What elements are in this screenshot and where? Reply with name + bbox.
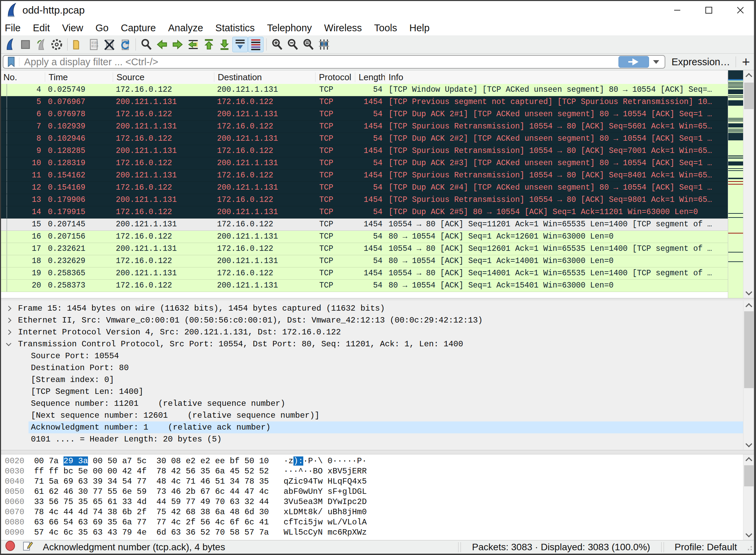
menu-telephony[interactable]: Telephony	[261, 22, 318, 34]
capture-comment-icon[interactable]	[22, 540, 33, 554]
expand-arrow-icon[interactable]	[6, 330, 12, 335]
hex-row-0060[interactable]: 0060 33 56 75 35 65 61 33 4d 44 59 77 49…	[0, 497, 743, 507]
packet-row-5[interactable]: 50.076967200.121.1.131172.16.0.122TCP145…	[0, 96, 728, 108]
intelligent-scrollbar-minimap[interactable]	[728, 70, 743, 298]
filter-dropdown-icon[interactable]	[653, 60, 659, 64]
hex-row-0020[interactable]: 0020 00 7a 29 3a 00 50 a7 5c 30 08 e2 e2…	[0, 456, 743, 466]
packet-row-4[interactable]: 40.025749172.16.0.122200.121.1.131TCP54[…	[0, 84, 728, 96]
menu-help[interactable]: Help	[403, 22, 436, 34]
scroll-down-icon[interactable]	[743, 530, 754, 540]
menu-tools[interactable]: Tools	[368, 22, 403, 34]
scroll-down-icon[interactable]	[743, 288, 754, 298]
expand-arrow-icon[interactable]	[6, 318, 12, 323]
menu-wireless[interactable]: Wireless	[318, 22, 368, 34]
colorize-icon[interactable]	[248, 37, 264, 52]
go-first-icon[interactable]	[201, 37, 217, 52]
packet-row-6[interactable]: 60.076978172.16.0.122200.121.1.131TCP54[…	[0, 108, 728, 121]
detail-row[interactable]: Internet Protocol Version 4, Src: 200.12…	[0, 326, 743, 338]
resize-columns-icon[interactable]	[316, 37, 332, 52]
packet-row-17[interactable]: 170.232621200.121.1.131172.16.0.122TCP14…	[0, 243, 728, 255]
packet-row-13[interactable]: 130.179906200.121.1.131172.16.0.122TCP14…	[0, 194, 728, 206]
packet-row-20[interactable]: 200.258373172.16.0.122200.121.1.131TCP54…	[0, 280, 728, 292]
profile-status[interactable]: Profile: Default	[674, 542, 737, 553]
details-scrollbar[interactable]	[743, 300, 754, 450]
hex-row-0080[interactable]: 0080 63 66 54 63 69 35 6a 77 77 4c 2f 56…	[0, 517, 743, 527]
minimize-button[interactable]	[661, 0, 693, 20]
packet-row-19[interactable]: 190.258365200.121.1.131172.16.0.122TCP14…	[0, 267, 728, 280]
detail-row[interactable]: Transmission Control Protocol, Src Port:…	[0, 338, 743, 350]
bytes-scrollbar[interactable]	[743, 454, 754, 540]
packet-row-18[interactable]: 180.232629172.16.0.122200.121.1.131TCP54…	[0, 255, 728, 267]
go-forward-icon[interactable]	[170, 37, 185, 52]
column-header-info[interactable]: Info	[385, 72, 728, 82]
collapse-arrow-icon[interactable]	[6, 341, 12, 346]
scroll-up-icon[interactable]	[743, 70, 754, 81]
menu-capture[interactable]: Capture	[115, 22, 162, 34]
scroll-up-icon[interactable]	[743, 300, 754, 311]
reload-file-icon[interactable]	[117, 37, 133, 52]
scrollbar-thumb[interactable]	[744, 311, 754, 388]
expression-button[interactable]: Expression…	[671, 56, 730, 68]
hex-row-0050[interactable]: 0050 61 62 46 30 77 55 6e 59 73 46 2b 67…	[0, 487, 743, 497]
column-header-time[interactable]: Time	[45, 72, 113, 82]
go-to-packet-icon[interactable]	[185, 37, 201, 52]
zoom-original-icon[interactable]	[301, 37, 316, 52]
zoom-in-icon[interactable]	[269, 37, 285, 52]
expert-info-icon[interactable]	[5, 540, 16, 554]
scroll-down-icon[interactable]	[743, 440, 754, 450]
scrollbar-thumb[interactable]	[744, 465, 754, 486]
restart-capture-icon[interactable]	[33, 37, 49, 52]
column-header-no[interactable]: No.	[0, 72, 45, 82]
scroll-up-icon[interactable]	[743, 454, 754, 465]
packet-row-16[interactable]: 160.207156172.16.0.122200.121.1.131TCP54…	[0, 231, 728, 243]
scrollbar-thumb[interactable]	[744, 83, 754, 109]
packet-row-12[interactable]: 120.154169172.16.0.122200.121.1.131TCP54…	[0, 182, 728, 194]
packet-row-15[interactable]: 150.207145200.121.1.131172.16.0.122TCP14…	[0, 219, 728, 231]
detail-row[interactable]: Destination Port: 80	[0, 362, 743, 374]
start-capture-icon[interactable]	[2, 37, 18, 52]
hex-row-0030[interactable]: 0030 ff ff bc 5e 00 00 42 4f 78 42 56 35…	[0, 466, 743, 476]
menu-edit[interactable]: Edit	[27, 22, 56, 34]
close-button[interactable]	[724, 0, 756, 20]
filter-text-field[interactable]	[23, 56, 618, 68]
detail-row[interactable]: [Next sequence number: 12601 (relative s…	[0, 410, 743, 421]
packet-row-9[interactable]: 90.128285200.121.1.131172.16.0.122TCP145…	[0, 145, 728, 157]
packet-row-14[interactable]: 140.179915172.16.0.122200.121.1.131TCP54…	[0, 206, 728, 219]
open-file-icon[interactable]	[70, 37, 86, 52]
filter-bookmark-icon[interactable]	[3, 57, 19, 66]
detail-row[interactable]: 0101 .... = Header Length: 20 bytes (5)	[0, 433, 743, 445]
hex-row-0040[interactable]: 0040 71 5a 69 63 39 34 54 77 48 4c 71 46…	[0, 476, 743, 487]
menu-analyze[interactable]: Analyze	[162, 22, 209, 34]
packet-row-11[interactable]: 110.154162200.121.1.131172.16.0.122TCP14…	[0, 170, 728, 182]
column-header-length[interactable]: Length	[355, 72, 385, 82]
detail-row[interactable]: Acknowledgment number: 1 (relative ack n…	[0, 421, 743, 433]
packet-list-scrollbar[interactable]	[743, 70, 754, 298]
packet-row-8[interactable]: 80.102946172.16.0.122200.121.1.131TCP54[…	[0, 133, 728, 145]
hex-row-0070[interactable]: 0070 78 4c 44 4d 74 38 6b 2f 75 42 68 38…	[0, 507, 743, 517]
go-last-icon[interactable]	[217, 37, 232, 52]
detail-row[interactable]: [Stream index: 0]	[0, 374, 743, 386]
save-file-icon[interactable]: 01010110	[86, 37, 102, 52]
packet-row-10[interactable]: 100.128319172.16.0.122200.121.1.131TCP54…	[0, 157, 728, 170]
detail-row[interactable]: Source Port: 10554	[0, 350, 743, 362]
resize-grip[interactable]	[745, 543, 753, 551]
expand-arrow-icon[interactable]	[6, 306, 12, 311]
menu-view[interactable]: View	[56, 22, 89, 34]
hex-row-0090[interactable]: 0090 57 4c 6c 35 63 43 79 4e 6d 63 36 52…	[0, 527, 743, 538]
column-header-protocol[interactable]: Protocol	[316, 72, 355, 82]
column-header-destination[interactable]: Destination	[214, 72, 316, 82]
detail-row[interactable]: Ethernet II, Src: Vmware_c0:00:01 (00:50…	[0, 314, 743, 326]
capture-options-icon[interactable]	[49, 37, 65, 52]
menu-file[interactable]: File	[0, 22, 27, 34]
packet-row-7[interactable]: 70.102939200.121.1.131172.16.0.122TCP145…	[0, 121, 728, 133]
zoom-out-icon[interactable]	[285, 37, 301, 52]
auto-scroll-icon[interactable]	[232, 37, 248, 52]
pane-splitter-bottom[interactable]	[0, 450, 756, 454]
go-back-icon[interactable]	[154, 37, 170, 52]
maximize-button[interactable]	[693, 0, 724, 20]
column-header-source[interactable]: Source	[113, 72, 214, 82]
close-file-icon[interactable]	[102, 37, 117, 52]
detail-row[interactable]: Sequence number: 11201 (relative sequenc…	[0, 398, 743, 410]
menu-go[interactable]: Go	[89, 22, 115, 34]
menu-statistics[interactable]: Statistics	[209, 22, 261, 34]
